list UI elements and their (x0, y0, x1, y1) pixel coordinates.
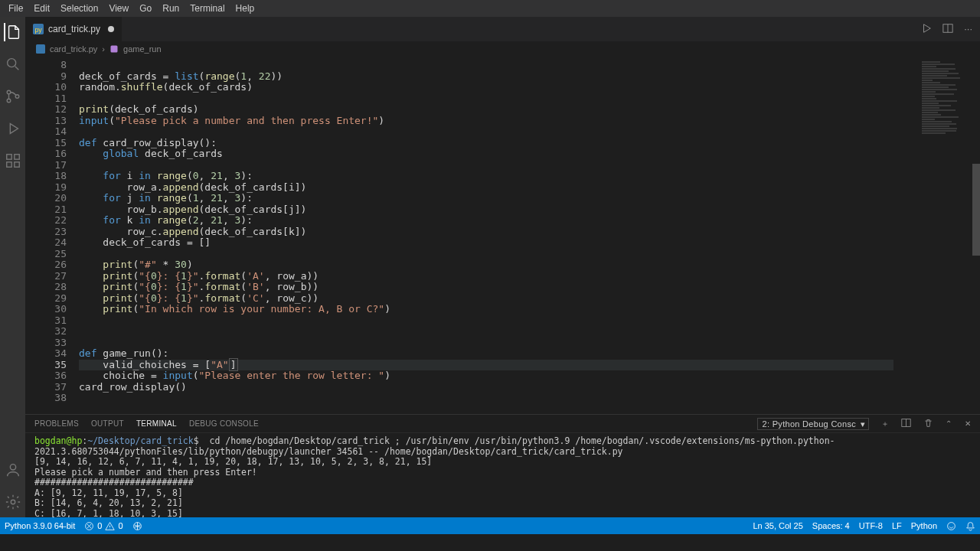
status-language[interactable]: Python (906, 521, 942, 530)
svg-rect-4 (6, 155, 11, 159)
split-terminal-icon[interactable] (901, 418, 911, 429)
source-control-icon[interactable] (4, 87, 22, 106)
tab-bar: py card_trick.py ··· (25, 17, 980, 41)
modified-indicator-icon (108, 26, 114, 32)
svg-point-2 (7, 99, 11, 103)
menu-file[interactable]: File (3, 3, 28, 14)
line-gutter: 8910111213141516171819202122232425262728… (25, 57, 79, 414)
code-content[interactable]: deck_of_cards = list(range(1, 22))random… (79, 57, 919, 414)
warning-icon (105, 521, 115, 531)
status-cursor-position[interactable]: Ln 35, Col 25 (748, 521, 807, 530)
breadcrumb-file[interactable]: card_trick.py (50, 44, 97, 54)
menu-bar: File Edit Selection View Go Run Terminal… (0, 0, 980, 17)
terminal-selector-dropdown[interactable]: 2: Python Debug Consc▾ (757, 418, 869, 430)
menu-help[interactable]: Help (230, 3, 260, 14)
editor-scrollbar[interactable] (971, 57, 980, 414)
new-terminal-icon[interactable]: ＋ (881, 419, 889, 429)
settings-gear-icon[interactable] (4, 493, 22, 511)
status-python-version[interactable]: Python 3.9.0 64-bit (0, 521, 80, 530)
method-icon (109, 44, 119, 54)
tab-label: card_trick.py (48, 24, 100, 34)
panel-tab-problems[interactable]: PROBLEMS (34, 419, 79, 428)
tab-card-trick[interactable]: py card_trick.py (25, 17, 122, 41)
panel-tab-debug-console[interactable]: DEBUG CONSOLE (189, 419, 259, 428)
svg-point-9 (11, 500, 15, 504)
status-notifications-icon[interactable] (961, 521, 980, 531)
status-encoding[interactable]: UTF-8 (854, 521, 887, 530)
svg-rect-5 (14, 155, 18, 159)
svg-point-8 (10, 465, 15, 470)
run-debug-icon[interactable] (4, 119, 22, 138)
activity-bar (0, 17, 25, 517)
status-bar: Python 3.9.0 64-bit 0 0 Ln 35, Col 25 Sp… (0, 517, 980, 534)
svg-rect-14 (111, 46, 118, 53)
extensions-icon[interactable] (4, 152, 22, 170)
close-panel-icon[interactable]: ✕ (965, 419, 971, 428)
run-icon[interactable] (921, 23, 932, 36)
menu-run[interactable]: Run (157, 3, 185, 14)
chevron-right-icon: › (102, 44, 105, 54)
split-editor-icon[interactable] (942, 23, 953, 36)
menu-view[interactable]: View (103, 3, 134, 14)
status-feedback-icon[interactable] (942, 521, 961, 531)
python-file-icon: py (33, 24, 44, 34)
svg-text:py: py (34, 26, 42, 34)
breadcrumb-symbol[interactable]: game_run (123, 44, 162, 54)
error-icon (84, 521, 94, 531)
menu-edit[interactable]: Edit (28, 3, 55, 14)
status-live-share-icon[interactable] (128, 521, 147, 531)
breadcrumb[interactable]: card_trick.py › game_run (25, 41, 980, 57)
maximize-panel-icon[interactable]: ⌃ (946, 419, 952, 428)
svg-point-0 (7, 59, 15, 67)
editor[interactable]: 8910111213141516171819202122232425262728… (25, 57, 980, 414)
status-indentation[interactable]: Spaces: 4 (808, 521, 854, 530)
python-file-icon (36, 44, 45, 54)
bottom-panel: PROBLEMS OUTPUT TERMINAL DEBUG CONSOLE 2… (25, 414, 980, 517)
menu-terminal[interactable]: Terminal (185, 3, 230, 14)
svg-rect-6 (6, 162, 11, 167)
panel-tab-output[interactable]: OUTPUT (91, 419, 124, 428)
svg-point-18 (948, 522, 956, 530)
chevron-down-icon: ▾ (861, 419, 865, 429)
menu-selection[interactable]: Selection (55, 3, 103, 14)
svg-rect-13 (36, 44, 45, 54)
terminal-content[interactable]: bogdan@hp:~/Desktop/card_trick$ cd /home… (25, 433, 980, 517)
more-actions-icon[interactable]: ··· (964, 23, 972, 36)
svg-point-1 (7, 90, 11, 94)
search-icon[interactable] (4, 55, 22, 73)
kill-terminal-icon[interactable] (923, 418, 933, 429)
explorer-icon[interactable] (4, 23, 22, 41)
svg-point-3 (15, 95, 19, 99)
status-eol[interactable]: LF (887, 521, 906, 530)
accounts-icon[interactable] (4, 461, 22, 479)
status-problems[interactable]: 0 0 (80, 521, 127, 531)
svg-rect-7 (14, 162, 18, 167)
panel-tab-terminal[interactable]: TERMINAL (136, 419, 177, 428)
menu-go[interactable]: Go (134, 3, 157, 14)
